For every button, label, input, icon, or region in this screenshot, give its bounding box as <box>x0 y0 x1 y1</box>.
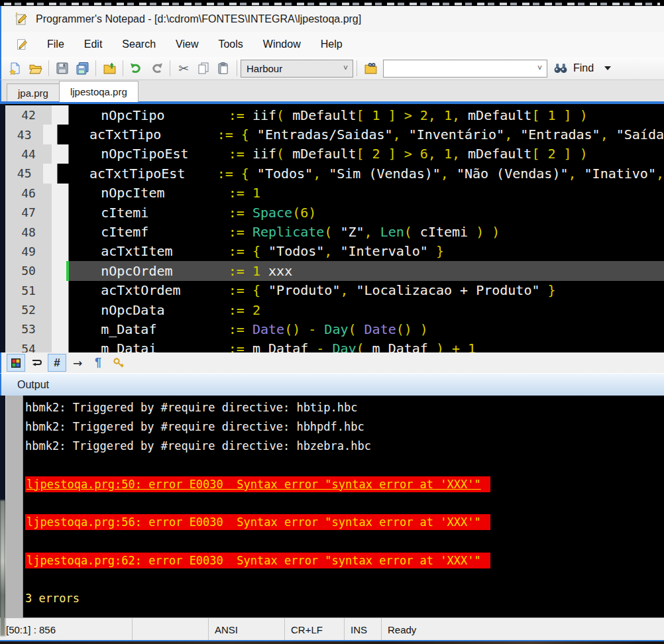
bookmark-margin <box>52 105 69 125</box>
find-dropdown-arrow[interactable] <box>604 66 611 70</box>
save-button[interactable] <box>53 59 72 78</box>
line-number: 50 <box>5 261 52 280</box>
line-number: 51 <box>5 281 52 300</box>
menu-window[interactable]: Window <box>262 36 302 52</box>
copy-button[interactable] <box>194 59 213 78</box>
line-number: 42 <box>5 105 52 125</box>
menu-view[interactable]: View <box>174 36 199 52</box>
output-panel-header[interactable]: Output <box>0 373 664 396</box>
output-error-line[interactable]: ljpestoqa.prg:50: error E0030 Syntax err… <box>25 474 664 494</box>
line-number: 46 <box>5 184 52 203</box>
syntax-colors-toggle[interactable] <box>7 354 25 372</box>
code-line[interactable]: 47 cItemi := Space(6) <box>5 203 664 222</box>
pilcrow-icon: ¶ <box>95 356 101 370</box>
menu-tools[interactable]: Tools <box>217 36 244 52</box>
line-number: 52 <box>5 300 52 319</box>
find-button-label[interactable]: Find <box>573 62 594 74</box>
open-folder-icon <box>28 62 42 76</box>
redo-button[interactable] <box>147 59 166 78</box>
wrap-arrow-icon <box>31 358 42 368</box>
bookmark-margin <box>52 203 69 222</box>
document-pencil-icon[interactable] <box>16 38 28 51</box>
toolbar-separator <box>170 60 170 76</box>
whitespace-toggle[interactable]: → <box>68 354 87 372</box>
find-in-files-button[interactable] <box>361 59 380 78</box>
find-input[interactable]: ˅ <box>383 60 547 78</box>
status-cell-0: [50:1] : 856 <box>0 618 133 641</box>
output-panel-title: Output <box>17 379 49 391</box>
code-text: cItemi := Space(6) <box>69 203 664 222</box>
find-button[interactable] <box>551 59 570 78</box>
code-editor[interactable]: 42 nOpcTipo := iif( mDefault[ 1 ] > 2, 1… <box>0 104 664 352</box>
output-error-line[interactable]: ljpestoqa.prg:56: error E0030 Syntax err… <box>25 513 664 532</box>
code-line[interactable]: 43 acTxtTipo := { "Entradas/Saidas", "In… <box>5 125 664 144</box>
menu-search[interactable]: Search <box>121 36 157 52</box>
protect-toggle[interactable] <box>109 354 128 372</box>
code-line[interactable]: 44 nOpcTipoEst := iif( mDefault[ 2 ] > 6… <box>5 144 664 164</box>
code-line[interactable]: 53 m_Dataf := Date() - Day( Date() ) <box>5 319 664 339</box>
code-line[interactable]: 52 nOpcData := 2 <box>5 300 664 319</box>
output-error-line[interactable]: ljpestoqa.prg:62: error E0030 Syntax err… <box>25 551 664 570</box>
line-endings-toggle[interactable]: ¶ <box>89 354 107 372</box>
code-text: acTxtTipoEst := { "Todos", "Sim (Vendas)… <box>58 164 664 183</box>
code-text: nOpcTipoEst := iif( mDefault[ 2 ] > 6, 1… <box>69 144 664 164</box>
code-line[interactable]: 51 acTxtOrdem := { "Produto", "Localizac… <box>5 281 664 300</box>
line-number: 49 <box>5 242 52 261</box>
app-pencil-icon <box>15 12 29 27</box>
status-cell-5: Ready <box>382 618 664 641</box>
code-text: m_Dataf := Date() - Day( Date() ) <box>69 319 664 339</box>
folder-import-icon <box>103 62 117 76</box>
status-cell-3: CR+LF <box>285 618 345 641</box>
background-window-text-clipped <box>4 3 660 5</box>
line-number: 44 <box>5 144 52 164</box>
line-number: 47 <box>5 203 52 222</box>
menu-help[interactable]: Help <box>319 36 344 52</box>
output-line: hbmk2: Triggered by #require directive: … <box>25 437 664 456</box>
code-line[interactable]: 48 cItemf := Replicate( "Z", Len( cItemi… <box>5 222 664 241</box>
cut-button[interactable]: ✂ <box>174 59 193 78</box>
toolbar-separator <box>48 60 49 76</box>
code-text: nOpcItem := 1 <box>69 184 664 203</box>
code-text: nOpcTipo := iif( mDefault[ 1 ] > 2, 1, m… <box>69 105 664 125</box>
save-all-button[interactable] <box>73 59 91 78</box>
output-panel[interactable]: hbmk2: Triggered by #require directive: … <box>0 396 664 617</box>
editor-options-strip: # → ¶ <box>0 352 664 373</box>
code-line[interactable]: 49 acTxtItem := { "Todos", "Intervalo" } <box>5 242 664 261</box>
window-title: Programmer's Notepad - [d:\cdrom\FONTES\… <box>36 13 361 25</box>
output-line <box>25 494 664 513</box>
menu-edit[interactable]: Edit <box>83 36 104 52</box>
menu-file[interactable]: File <box>46 36 66 52</box>
save-icon <box>56 62 69 75</box>
output-line <box>25 532 664 551</box>
code-line[interactable]: 54 m_Datai := m_Dataf - Day( m_Dataf ) +… <box>5 339 664 352</box>
bookmark-margin <box>52 184 69 203</box>
output-lines: hbmk2: Triggered by #require directive: … <box>25 398 664 608</box>
window-left-border <box>0 104 5 352</box>
code-text: acTxtItem := { "Todos", "Intervalo" } <box>69 242 664 261</box>
code-line[interactable]: 46 nOpcItem := 1 <box>5 184 664 203</box>
bookmark-margin <box>43 164 57 183</box>
paste-button[interactable] <box>214 59 233 78</box>
word-wrap-toggle[interactable] <box>27 354 46 372</box>
copy-icon <box>197 62 210 75</box>
toolbar-separator <box>357 60 357 76</box>
open-file-button[interactable] <box>26 59 44 78</box>
bookmark-margin <box>52 300 69 319</box>
toolbar-separator <box>123 60 123 76</box>
new-file-button[interactable] <box>6 59 25 78</box>
title-bar[interactable]: Programmer's Notepad - [d:\cdrom\FONTES\… <box>0 6 664 32</box>
save-all-icon <box>76 62 89 76</box>
language-select[interactable]: Harbour ˅ <box>241 60 353 78</box>
code-line[interactable]: 42 nOpcTipo := iif( mDefault[ 1 ] > 2, 1… <box>5 105 664 125</box>
tab-jpa-prg[interactable]: jpa.prg <box>7 83 60 102</box>
code-text: acTxtTipo := { "Entradas/Saidas", "Inven… <box>58 125 664 144</box>
line-numbers-toggle[interactable]: # <box>48 354 66 372</box>
tab-ljpestoqa-prg[interactable]: ljpestoqa.prg <box>59 81 138 102</box>
code-line[interactable]: 50 nOpcOrdem := 1 xxx <box>5 261 664 280</box>
bookmark-margin <box>52 281 69 300</box>
tab-label: jpa.prg <box>18 87 48 99</box>
open-project-button[interactable] <box>100 59 119 78</box>
code-line[interactable]: 45 acTxtTipoEst := { "Todos", "Sim (Vend… <box>5 164 664 183</box>
undo-button[interactable] <box>127 59 146 78</box>
output-summary-line: 3 errors <box>25 589 664 608</box>
